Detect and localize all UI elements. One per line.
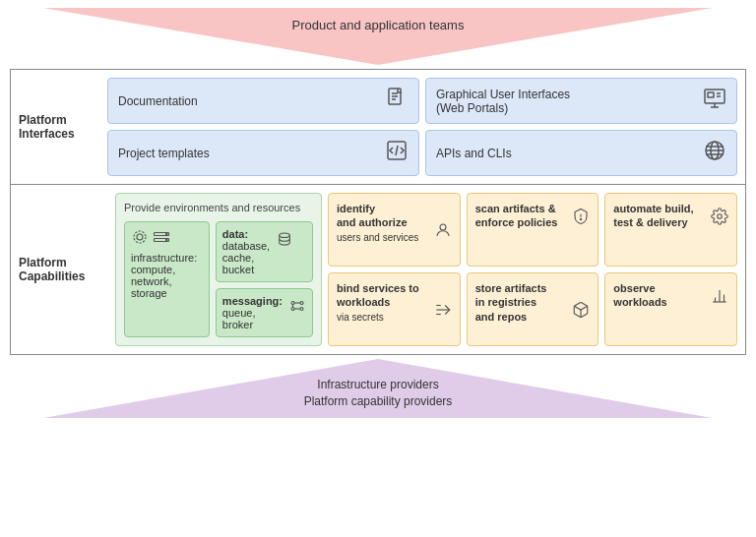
identify-authorize-text: identifyand authorizeusers and services [337,202,418,244]
top-arrow-label: Product and application teams [292,18,465,32]
automate-build-header: automate build,test & delivery [613,202,728,230]
api-icon [703,139,726,167]
svg-point-34 [718,213,723,218]
diagram-container: Product and application teams PlatformIn… [10,8,746,418]
store-artifacts-card: store artifactsin registriesand repos [467,272,599,346]
environments-title: Provide environments and resources [124,202,313,213]
store-artifacts-header: store artifactsin registriesand repos [475,281,591,324]
scan-artifacts-card: scan artifacts &enforce policies [467,193,599,267]
svg-point-23 [280,233,290,238]
automate-build-card: automate build,test & delivery [604,193,737,267]
svg-point-24 [291,302,294,305]
chart-icon [711,287,728,310]
platform-interfaces-label: PlatformInterfaces [19,78,107,176]
code-icon [385,139,409,167]
messaging-box-text: messaging: queue,broker [222,295,283,330]
orange-grid: identifyand authorizeusers and services [328,193,737,346]
platform-capabilities-label: PlatformCapabilities [19,193,107,346]
svg-point-22 [166,239,168,241]
svg-point-25 [300,302,303,305]
platform-capabilities-section: PlatformCapabilities Provide environment… [11,185,745,354]
observe-workloads-card: observeworkloads [604,272,737,346]
flow-icon [434,301,452,324]
bind-services-card: bind services toworkloadsvia secrets [328,272,461,346]
user-icon [434,221,452,244]
environments-box: Provide environments and resources [115,193,322,346]
observe-workloads-text: observeworkloads [613,281,666,310]
identify-authorize-card: identifyand authorizeusers and services [328,193,461,267]
scan-artifacts-text: scan artifacts &enforce policies [475,202,558,230]
data-box: data: database,cache,bucket [216,221,313,282]
platform-interfaces-section: PlatformInterfaces Documentation [11,70,745,185]
bind-services-text: bind services toworkloadsvia secrets [337,281,419,324]
svg-point-18 [134,231,146,243]
interfaces-grid: Documentation Graphical User Interfaces [107,78,737,176]
messaging-box: messaging: queue,broker [216,288,313,337]
infrastructure-text: infrastructure: compute,network,storage [131,252,197,299]
bottom-arrow-label: Infrastructure providersPlatform capabil… [304,377,453,410]
top-arrow-shape: Product and application teams [43,8,713,65]
identify-authorize-header: identifyand authorizeusers and services [337,202,452,244]
observe-workloads-header: observeworkloads [613,281,728,310]
svg-point-33 [581,218,582,219]
project-templates-text: Project templates [118,147,377,160]
infrastructure-box: infrastructure: compute,network,storage [124,221,210,337]
gui-card: Graphical User Interfaces(Web Portals) [425,78,737,124]
capabilities-content: Provide environments and resources [115,193,737,346]
bottom-arrow-shape: Infrastructure providersPlatform capabil… [43,359,713,418]
infra-icons [131,228,170,246]
automate-build-text: automate build,test & delivery [613,202,693,230]
apis-clis-card: APIs and CLIs [425,130,737,176]
svg-line-11 [396,146,398,155]
bind-services-header: bind services toworkloadsvia secrets [337,281,452,324]
scan-artifacts-header: scan artifacts &enforce policies [475,202,591,230]
svg-point-17 [137,234,143,240]
svg-point-21 [166,233,168,235]
project-templates-card: Project templates [107,130,419,176]
top-arrow: Product and application teams [10,8,746,65]
shield-warning-icon [572,208,590,230]
main-content: PlatformInterfaces Documentation [10,69,746,355]
data-box-text: data: database,cache,bucket [222,228,270,275]
documentation-card: Documentation [107,78,419,124]
bottom-arrow: Infrastructure providersPlatform capabil… [10,359,746,418]
data-messaging-col: data: database,cache,bucket [216,221,313,337]
box-icon [572,301,590,324]
svg-point-27 [291,308,294,311]
svg-point-26 [300,308,303,311]
svg-point-31 [440,224,446,230]
store-artifacts-text: store artifactsin registriesand repos [475,281,547,324]
document-icon [385,87,409,115]
svg-rect-7 [708,92,714,97]
apis-clis-text: APIs and CLIs [436,147,695,160]
documentation-text: Documentation [118,94,377,108]
gear-icon [711,208,728,230]
environments-inner: infrastructure: compute,network,storage … [124,221,313,337]
gui-text: Graphical User Interfaces(Web Portals) [436,88,695,115]
web-portal-icon [703,87,726,115]
